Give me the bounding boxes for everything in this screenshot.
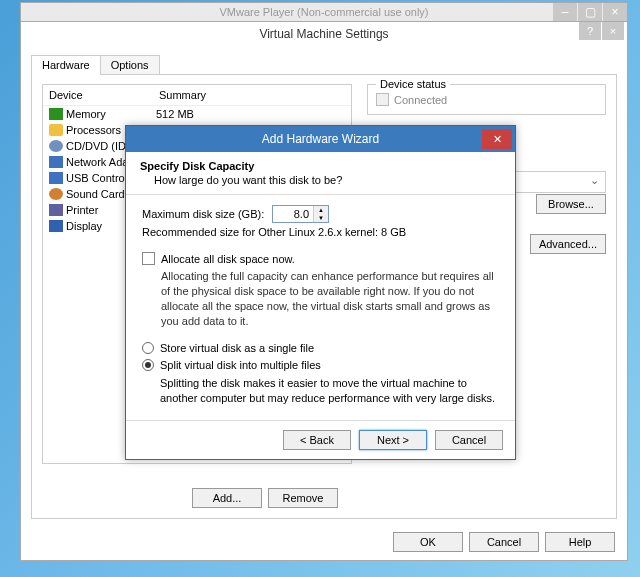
connected-checkbox: Connected (376, 93, 597, 106)
vmware-title: VMware Player (Non-commercial use only) (219, 6, 428, 18)
close-icon[interactable]: × (603, 3, 627, 21)
allocate-description: Allocating the full capacity can enhance… (161, 269, 499, 328)
allocate-now-checkbox[interactable]: Allocate all disk space now. (142, 252, 499, 265)
cancel-button[interactable]: Cancel (469, 532, 539, 552)
single-file-label: Store virtual disk as a single file (160, 342, 314, 354)
column-summary[interactable]: Summary (159, 89, 345, 101)
minimize-icon[interactable]: – (553, 3, 577, 21)
device-status-title: Device status (376, 78, 450, 90)
checkbox-icon (376, 93, 389, 106)
checkbox-icon (142, 252, 155, 265)
radio-icon (142, 342, 154, 354)
ok-button[interactable]: OK (393, 532, 463, 552)
help-button[interactable]: Help (545, 532, 615, 552)
settings-titlebar: Virtual Machine Settings ? × (21, 22, 627, 46)
memory-icon (49, 108, 63, 120)
settings-help-icon[interactable]: ? (579, 22, 601, 40)
max-disk-size-input[interactable] (273, 207, 313, 221)
device-row-memory[interactable]: Memory 512 MB (43, 106, 351, 122)
processor-icon (49, 124, 63, 136)
remove-button[interactable]: Remove (268, 488, 338, 508)
device-list-header: Device Summary (43, 85, 351, 106)
wizard-footer: < Back Next > Cancel (126, 420, 515, 459)
settings-close-icon[interactable]: × (602, 22, 624, 40)
back-button[interactable]: < Back (283, 430, 351, 450)
radio-checked-icon (142, 359, 154, 371)
browse-button[interactable]: Browse... (536, 194, 606, 214)
cd-icon (49, 140, 63, 152)
split-description: Splitting the disk makes it easier to mo… (160, 376, 499, 406)
add-button[interactable]: Add... (192, 488, 262, 508)
wizard-titlebar[interactable]: Add Hardware Wizard ✕ (126, 126, 515, 152)
tab-hardware[interactable]: Hardware (31, 55, 101, 75)
settings-title: Virtual Machine Settings (259, 27, 388, 41)
printer-icon (49, 204, 63, 216)
spinner-up-icon[interactable]: ▲ (314, 206, 328, 214)
display-icon (49, 220, 63, 232)
settings-tabs: Hardware Options (31, 54, 617, 75)
split-files-radio[interactable]: Split virtual disk into multiple files (142, 359, 499, 371)
advanced-button[interactable]: Advanced... (530, 234, 606, 254)
maximize-icon[interactable]: ▢ (578, 3, 602, 21)
column-device[interactable]: Device (49, 89, 159, 101)
wizard-cancel-button[interactable]: Cancel (435, 430, 503, 450)
max-disk-size-spinner[interactable]: ▲ ▼ (272, 205, 329, 223)
wizard-close-button[interactable]: ✕ (482, 129, 512, 149)
wizard-step-title: Specify Disk Capacity (140, 160, 501, 172)
usb-icon (49, 172, 63, 184)
spinner-down-icon[interactable]: ▼ (314, 214, 328, 222)
vmware-window: VMware Player (Non-commercial use only) … (20, 2, 628, 22)
split-files-label: Split virtual disk into multiple files (160, 359, 321, 371)
device-status-group: Device status Connected (367, 84, 606, 115)
sound-icon (49, 188, 63, 200)
wizard-header: Specify Disk Capacity How large do you w… (126, 152, 515, 195)
recommended-size-text: Recommended size for Other Linux 2.6.x k… (142, 226, 499, 238)
allocate-now-label: Allocate all disk space now. (161, 253, 295, 265)
add-hardware-wizard: Add Hardware Wizard ✕ Specify Disk Capac… (125, 125, 516, 460)
vmware-window-controls: – ▢ × (552, 3, 627, 21)
next-button[interactable]: Next > (359, 430, 427, 450)
single-file-radio[interactable]: Store virtual disk as a single file (142, 342, 499, 354)
max-disk-size-label: Maximum disk size (GB): (142, 208, 272, 220)
wizard-body: Maximum disk size (GB): ▲ ▼ Recommended … (126, 195, 515, 420)
wizard-title: Add Hardware Wizard (262, 132, 379, 146)
wizard-step-subtitle: How large do you want this disk to be? (154, 174, 501, 186)
tab-options[interactable]: Options (100, 55, 160, 75)
network-icon (49, 156, 63, 168)
